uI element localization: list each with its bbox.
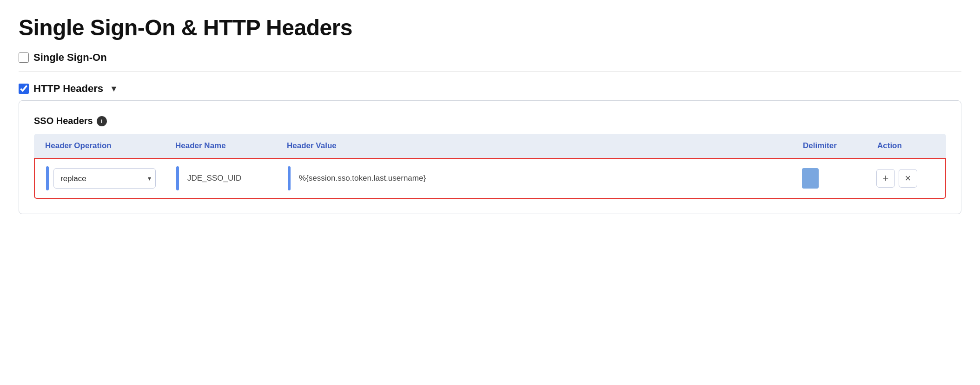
page-title: Single Sign-On & HTTP Headers xyxy=(19,15,961,40)
operation-select-wrapper: replace add remove ▾ xyxy=(53,168,156,189)
delimiter-bar xyxy=(802,168,819,189)
header-name-cell xyxy=(172,164,284,192)
sso-headers-info-icon[interactable]: i xyxy=(97,116,107,126)
col-header-action: Action xyxy=(874,139,939,152)
sso-headers-table: Header Operation Header Name Header Valu… xyxy=(34,134,946,199)
table-header: Header Operation Header Name Header Valu… xyxy=(34,134,946,158)
name-border-bar xyxy=(176,166,179,190)
operation-border-bar xyxy=(46,166,49,190)
sso-checkbox[interactable] xyxy=(19,52,29,63)
http-headers-section-row: HTTP Headers ▼ xyxy=(19,83,961,95)
value-border-bar xyxy=(288,166,291,190)
sso-headers-label: SSO Headers xyxy=(34,116,93,126)
remove-row-button[interactable]: × xyxy=(899,169,917,188)
sso-section-row: Single Sign-On xyxy=(19,52,961,64)
http-headers-checkbox[interactable] xyxy=(19,84,29,94)
col-header-operation: Header Operation xyxy=(41,139,172,152)
header-name-input[interactable] xyxy=(184,168,280,189)
add-row-button[interactable]: + xyxy=(876,169,895,188)
http-headers-dropdown-arrow[interactable]: ▼ xyxy=(110,84,118,94)
action-cell: + × xyxy=(873,167,938,189)
http-headers-label: HTTP Headers xyxy=(33,83,103,95)
col-header-name: Header Name xyxy=(172,139,283,152)
http-headers-panel: SSO Headers i Header Operation Header Na… xyxy=(19,100,961,214)
col-header-delimiter: Delimiter xyxy=(799,139,874,152)
header-value-input[interactable] xyxy=(295,168,795,189)
delimiter-cell xyxy=(798,166,873,190)
operation-select[interactable]: replace add remove xyxy=(53,168,156,189)
sso-section-label: Single Sign-On xyxy=(33,52,107,64)
sso-headers-title-row: SSO Headers i xyxy=(34,116,946,126)
header-value-cell xyxy=(284,164,798,192)
col-header-value: Header Value xyxy=(283,139,799,152)
operation-cell: replace add remove ▾ xyxy=(42,164,172,192)
table-row: replace add remove ▾ xyxy=(34,158,946,199)
section-divider xyxy=(19,71,961,72)
